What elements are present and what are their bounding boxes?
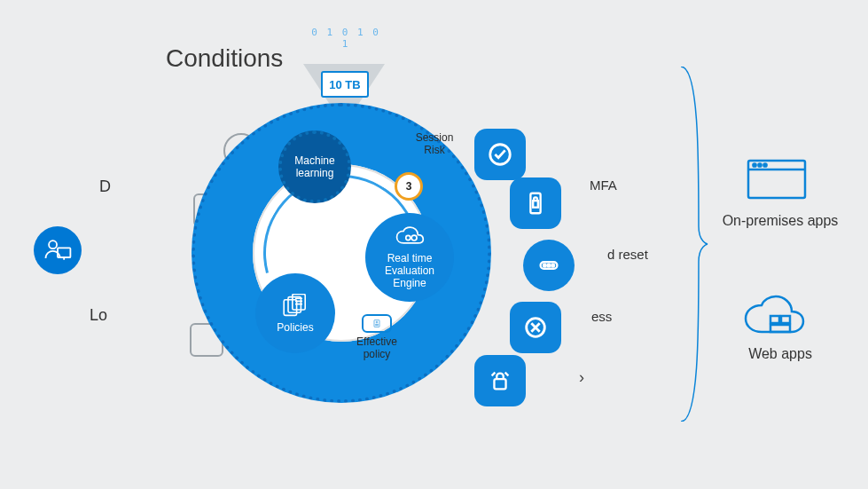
session-risk-label: Session Risk [408,131,461,156]
web-apps-icon [742,293,806,341]
svg-rect-18 [748,161,805,198]
machine-learning-label: Machine learning [287,154,342,179]
realtime-eval-label: Real time Evaluation Engine [371,252,449,289]
action-arrow-fragment: › [579,368,584,387]
svg-point-0 [49,241,57,248]
realtime-eval-node: Real time Evaluation Engine [365,213,454,302]
policies-node: Policies [255,273,335,353]
svg-point-20 [758,163,761,166]
svg-point-13 [543,264,546,267]
action-reset-fragment: d reset [607,247,648,262]
svg-point-21 [763,163,766,166]
svg-rect-17 [494,379,505,389]
svg-point-8 [376,321,378,323]
svg-point-3 [411,235,417,241]
limit-access-icon [474,355,526,406]
action-ess-fragment: ess [591,309,612,324]
action-mfa-fragment: MFA [590,177,617,193]
effective-policy-label: Effective policy [354,335,400,360]
on-premises-apps-label: On-premises apps [709,213,851,229]
svg-rect-7 [374,320,379,327]
right-brace [674,67,709,422]
left-fragment-lo: Lo [90,306,107,325]
svg-rect-24 [770,325,790,332]
svg-rect-22 [770,316,779,323]
session-risk-score: 3 [395,172,423,201]
svg-point-2 [406,235,411,240]
block-access-icon [510,302,561,353]
allow-access-icon [474,129,526,180]
svg-point-19 [753,163,755,166]
left-fragment-d: D [99,177,111,196]
svg-rect-23 [781,316,790,323]
on-premises-apps-icon [745,155,809,203]
policies-label: Policies [277,321,313,334]
require-mfa-icon [510,177,561,229]
web-apps-label: Web apps [727,346,833,362]
svg-point-15 [551,264,554,267]
data-bits-stream: 0 1 0 1 0 1 [310,27,381,50]
employee-partners-icon [34,226,82,274]
force-pw-reset-icon [523,240,575,291]
conditions-heading: Conditions [166,44,283,73]
effective-policy-node: Effective policy [348,309,405,366]
machine-learning-node: Machine learning [278,130,351,203]
data-volume-badge: 10 TB [321,71,369,98]
svg-point-14 [548,264,551,267]
svg-rect-11 [533,201,538,208]
